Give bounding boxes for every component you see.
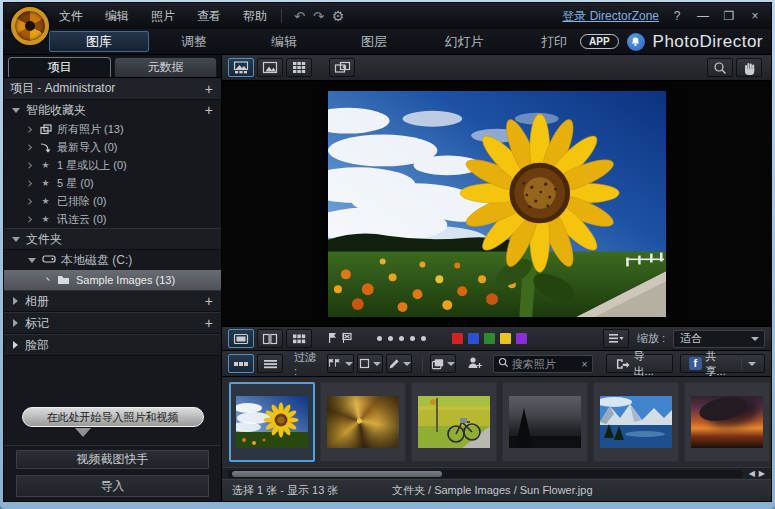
chevron-down-icon[interactable]: [748, 362, 756, 366]
scroll-left-icon[interactable]: ◀: [749, 469, 755, 478]
sidebar-item-all-photos[interactable]: 所有照片 (13): [4, 120, 221, 138]
tab-metadata[interactable]: 元数据: [114, 57, 217, 77]
photo-viewer[interactable]: [222, 81, 771, 327]
tab-slideshow[interactable]: 幻灯片: [419, 33, 509, 51]
menu-help[interactable]: 帮助: [243, 8, 267, 25]
menu-view[interactable]: 查看: [197, 8, 221, 25]
flag-filter-dropdown[interactable]: [327, 354, 354, 373]
rating-dot[interactable]: [377, 336, 382, 341]
thumbnail-dark-monument[interactable]: [502, 382, 588, 462]
stack-photos-dropdown[interactable]: [430, 354, 456, 373]
clear-search-icon[interactable]: ×: [581, 358, 587, 370]
gear-icon[interactable]: ⚙: [332, 8, 345, 24]
two-up-view-button[interactable]: [257, 329, 283, 348]
flag-pick-icon[interactable]: [327, 332, 338, 346]
tags-section[interactable]: 标记 +: [4, 312, 221, 334]
main-photo-sunflower[interactable]: [328, 91, 666, 317]
rating-dot[interactable]: [410, 336, 415, 341]
add-project-button[interactable]: +: [205, 82, 213, 96]
color-label-green[interactable]: [484, 333, 495, 344]
menu-edit[interactable]: 编辑: [105, 8, 129, 25]
thumbnail-mountain-lake[interactable]: [593, 382, 679, 462]
flag-reject-icon[interactable]: [341, 332, 353, 346]
tab-layers[interactable]: 图层: [329, 33, 419, 51]
tab-adjustment[interactable]: 调整: [149, 33, 239, 51]
collapse-triangle-icon[interactable]: [12, 237, 20, 242]
sidebar-item-local-disk[interactable]: 本地磁盘 (C:): [4, 250, 221, 270]
single-photo-view-button[interactable]: [228, 329, 254, 348]
multi-view-button[interactable]: [286, 329, 312, 348]
add-album-button[interactable]: +: [205, 294, 213, 308]
expand-triangle-icon[interactable]: [43, 276, 50, 283]
collapse-triangle-icon[interactable]: [12, 108, 20, 113]
scroll-right-icon[interactable]: ▶: [759, 469, 765, 478]
hand-tool-button[interactable]: [736, 58, 762, 77]
collapse-triangle-icon[interactable]: [28, 258, 36, 263]
rating-filter-dropdown[interactable]: [386, 354, 412, 373]
thumbnail-sunset-storm[interactable]: [684, 382, 770, 462]
compare-view-button[interactable]: [329, 58, 355, 77]
video-snapshot-button[interactable]: 视频截图快手: [16, 450, 209, 469]
thumbnail-sunflower[interactable]: [229, 382, 315, 462]
label-filter-dropdown[interactable]: [357, 354, 383, 373]
add-smart-collection-button[interactable]: +: [205, 103, 213, 117]
list-view-button[interactable]: [257, 354, 283, 373]
color-label-yellow[interactable]: [500, 333, 511, 344]
thumbnail-bicycle-field[interactable]: [411, 382, 497, 462]
scroll-thumb[interactable]: [232, 471, 442, 477]
thumbnail-golden-spiral[interactable]: [320, 382, 406, 462]
help-icon[interactable]: ?: [669, 9, 685, 23]
filmstrip-view-button[interactable]: [228, 58, 254, 77]
expand-triangle-icon[interactable]: [25, 197, 32, 204]
add-face-tag-button[interactable]: [467, 356, 483, 372]
sign-in-link[interactable]: 登录 DirectorZone: [562, 8, 659, 25]
search-input[interactable]: [512, 358, 579, 370]
thumbnail-view-button[interactable]: [228, 354, 254, 373]
rating-dot[interactable]: [421, 336, 426, 341]
import-callout-button[interactable]: 在此处开始导入照片和视频: [22, 407, 204, 427]
undo-icon[interactable]: ↶: [294, 9, 305, 24]
single-view-button[interactable]: [257, 58, 283, 77]
sidebar-item-5-star[interactable]: ★ 5 星 (0): [4, 174, 221, 192]
menu-photo[interactable]: 照片: [151, 8, 175, 25]
app-badge[interactable]: APP: [580, 34, 619, 49]
expand-triangle-icon[interactable]: [25, 161, 32, 168]
color-label-blue[interactable]: [468, 333, 479, 344]
menu-file[interactable]: 文件: [59, 8, 83, 25]
expand-triangle-icon[interactable]: [25, 215, 32, 222]
scroll-track[interactable]: [228, 470, 743, 478]
view-options-menu-button[interactable]: [603, 329, 629, 348]
sidebar-item-sample-images[interactable]: Sample Images (13): [4, 270, 221, 290]
tab-library[interactable]: 图库: [49, 31, 149, 52]
maximize-icon[interactable]: ❐: [721, 9, 737, 23]
rating-dot[interactable]: [399, 336, 404, 341]
expand-triangle-icon[interactable]: [13, 341, 18, 349]
color-label-red[interactable]: [452, 333, 463, 344]
expand-triangle-icon[interactable]: [13, 297, 18, 305]
rating-dot[interactable]: [388, 336, 393, 341]
export-button[interactable]: 导出...: [606, 354, 672, 373]
smart-collection-section[interactable]: 智能收藏夹 +: [4, 100, 221, 120]
sidebar-item-latest-import[interactable]: 最新导入 (0): [4, 138, 221, 156]
folders-section[interactable]: 文件夹: [4, 228, 221, 250]
add-tag-button[interactable]: +: [205, 316, 213, 330]
redo-icon[interactable]: ↷: [313, 9, 324, 24]
share-button[interactable]: f 共享...: [680, 354, 765, 373]
sidebar-item-1-star-up[interactable]: ★ 1 星或以上 (0): [4, 156, 221, 174]
sidebar-item-rejected[interactable]: ★ 已排除 (0): [4, 192, 221, 210]
tab-edit[interactable]: 编辑: [239, 33, 329, 51]
sidebar-item-cyberlink-cloud[interactable]: ★ 讯连云 (0): [4, 210, 221, 228]
color-label-purple[interactable]: [516, 333, 527, 344]
minimize-icon[interactable]: —: [695, 9, 711, 23]
import-button[interactable]: 导入: [16, 475, 209, 497]
grid-view-button[interactable]: [286, 58, 312, 77]
expand-triangle-icon[interactable]: [25, 125, 32, 132]
expand-triangle-icon[interactable]: [25, 179, 32, 186]
faces-section[interactable]: 脸部: [4, 334, 221, 356]
albums-section[interactable]: 相册 +: [4, 290, 221, 312]
close-icon[interactable]: ×: [747, 9, 763, 23]
expand-triangle-icon[interactable]: [25, 143, 32, 150]
zoom-tool-button[interactable]: [707, 58, 733, 77]
zoom-level-dropdown[interactable]: 适合: [673, 330, 765, 348]
notification-bell-icon[interactable]: [627, 33, 645, 51]
